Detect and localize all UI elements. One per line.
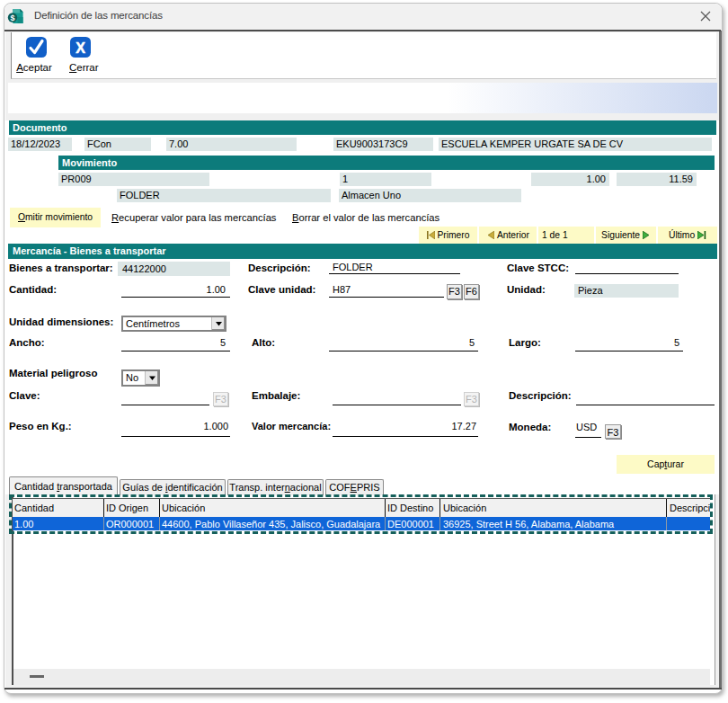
svg-text:X: X — [75, 40, 85, 56]
svg-text:$: $ — [10, 13, 14, 22]
